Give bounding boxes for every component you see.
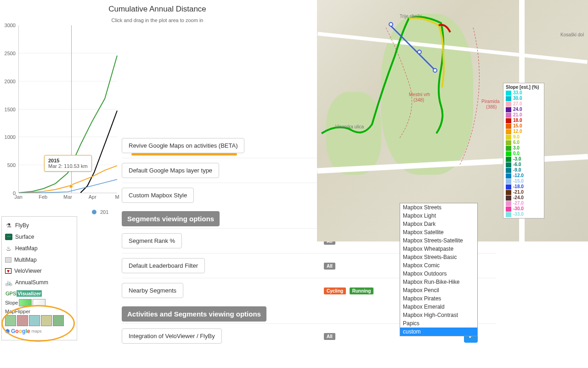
setting-label-button[interactable]: Revive Google Maps on activities (BETA) [122,138,244,153]
slope-swatch-icon [506,124,511,129]
slope-legend-row: 3.0 [505,145,543,151]
slope-legend-row: -3.0 [505,156,543,162]
sidebar-item-multimap[interactable]: MultiMap [4,254,75,265]
dropdown-item[interactable]: Mapbox Outdoors [400,270,477,278]
slope-legend-row: -30.0 [505,206,543,212]
slope-swatch-icon [506,129,511,134]
dropdown-item[interactable]: Mapbox Streets [400,203,477,212]
badge-cycling: Cycling [324,288,346,294]
slope-swatch-icon [506,118,511,123]
slope-swatch-icon [506,135,511,140]
google-logo-icon: Google [11,328,30,334]
slope-legend[interactable]: Slope [est.] (%) 33.030.027.024.021.018.… [503,83,544,218]
slope-legend-row: -33.0 [505,212,543,217]
sidebar-item-surface[interactable]: 〰 Surface [4,231,75,242]
mapflipper-thumb-icon[interactable] [53,315,64,326]
chart-y-axis: 0 500 1000 1500 2000 2500 3000 [0,25,17,193]
chart-subtitle: Click and drag in the plot area to zoom … [0,17,315,23]
slope-legend-row: -15.0 [505,178,543,184]
sidebar-item-veloviewer[interactable]: ▼ VeloViewer [4,265,75,276]
dropdown-item[interactable]: custom [400,328,477,336]
dropdown-item[interactable]: Mapbox Wheatpaste [400,245,477,253]
badge-running: Running [350,288,374,294]
tools-sidebar: ⚗ FlyBy 〰 Surface ♨ HeatMap MultiMap ▼ V… [1,216,77,340]
mapbox-style-dropdown[interactable]: Mapbox StreetsMapbox LightMapbox DarkMap… [400,203,478,336]
sidebar-item-gpsvisualizer[interactable]: GPSVisualizer [4,288,75,298]
slope-swatch-icon [506,151,511,156]
mapflipper-thumb-icon[interactable] [41,315,52,326]
dropdown-item[interactable]: Mapbox Run-Bike-Hike [400,278,477,286]
slope-swatch-icon [506,102,511,107]
setting-label-button[interactable]: Default Google Maps layer type [122,163,219,178]
setting-label-button[interactable]: Integration of VeloViewer / FlyBy [122,328,222,344]
badge-all: All [324,333,335,340]
map-place-label: (348) [413,98,424,103]
slope-swatch-icon [506,91,511,96]
dropdown-item[interactable]: Mapbox High-Contrast [400,311,477,319]
slope-swatch-icon [506,168,511,173]
dropdown-item[interactable]: Mapbox Emerald [400,303,477,311]
chart-legend[interactable]: 201 [92,209,108,215]
svg-point-0 [69,184,73,188]
setting-label-button[interactable]: Nearby Segments [122,283,183,298]
map-place-label: (386) [486,104,497,109]
map-end-marker-icon [433,68,437,73]
setting-label-button[interactable]: Custom Mapbox Style [122,188,194,203]
mapflipper-thumb-icon[interactable] [17,315,28,326]
map-place-label: Piramida [481,99,499,104]
slope-swatch-icon [506,146,511,151]
dropdown-item[interactable]: Mapbox Dark [400,220,477,228]
chart-tooltip: 2015 Mar 2: 110.53 km [44,155,92,172]
dropdown-item[interactable]: Papics [400,319,477,328]
slope-legend-row: 0.0 [505,151,543,156]
map-place-label: Mestni vrh [409,92,430,97]
sidebar-item-annualsumm[interactable]: 🚲 AnnualSumm [4,276,75,288]
slope-legend-row: 21.0 [505,112,543,118]
slope-swatch-icon [506,184,511,190]
dropdown-item[interactable]: Mapbox Pencil [400,286,477,294]
map-mid-marker-icon [417,50,422,54]
slope-legend-row: 33.0 [505,90,543,96]
slope-swatch-icon [506,157,511,162]
flask-icon: ⚗ [5,222,12,229]
sidebar-item-heatmap[interactable]: ♨ HeatMap [4,242,75,254]
slope-legend-row: 18.0 [505,118,543,123]
flame-icon: ♨ [5,245,12,252]
section-header-segments: Segments viewing options [122,211,220,226]
dropdown-item[interactable]: Mapbox Streets-Basic [400,253,477,261]
dropdown-item[interactable]: Mapbox Pirates [400,294,477,303]
slope-swatch-icon [506,173,511,178]
mapflipper-thumb-icon[interactable] [29,315,40,326]
sidebar-item-mapflipper[interactable]: MapFlipper ⬢ Google maps [4,307,75,337]
slope-legend-row: 12.0 [505,129,543,134]
sidebar-item-flyby[interactable]: ⚗ FlyBy [4,219,75,231]
highlight-underline-icon [131,153,237,155]
slope-swatch-icon [506,113,511,118]
section-header-activities-segments: Activities and Segments viewing options [122,306,266,322]
slope-legend-row: 15.0 [505,123,543,129]
legend-dot-icon [92,210,96,214]
slope-swatch-icon [506,207,511,212]
bike-icon: 🚲 [5,279,12,286]
slope-legend-row: 27.0 [505,101,543,107]
chart-title: Cumulative Annual Distance [0,5,315,14]
chart-x-axis: Jan Feb Mar Apr M [18,194,117,203]
setting-label-button[interactable]: Default Leaderboard Filter [122,258,205,273]
mapflipper-thumb-icon[interactable] [5,315,16,326]
dropdown-item[interactable]: Mapbox Comic [400,261,477,270]
slope-swatch-icon [506,140,511,145]
slope-swatch-icon [506,96,511,101]
slope-legend-row: -21.0 [505,190,543,195]
sidebar-item-slope[interactable]: Slope [4,298,75,307]
dropdown-item[interactable]: Mapbox Light [400,212,477,220]
setting-label-button[interactable]: Segment Rank % [122,233,182,248]
grid-icon [5,257,11,263]
sidebar-item-google-maps[interactable]: ⬢ Google maps [5,326,74,334]
triangle-icon: ▼ [5,268,11,274]
dropdown-item[interactable]: Mapbox Streets-Satellite [400,236,477,245]
slope-legend-row: 9.0 [505,134,543,140]
dropdown-item[interactable]: Mapbox Satellite [400,228,477,236]
map-start-marker-icon [389,22,393,27]
slope-swatch-icon [506,190,511,195]
slope-legend-row: -27.0 [505,201,543,206]
